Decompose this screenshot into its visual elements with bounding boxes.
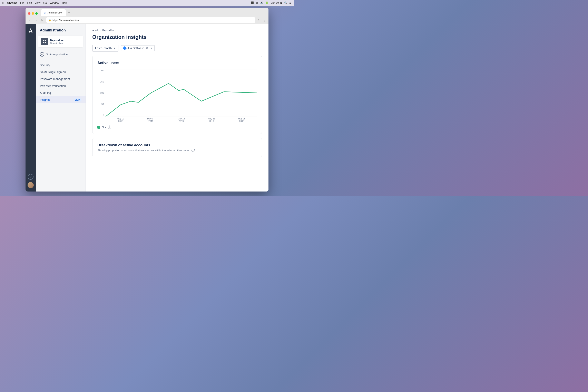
chart-legend: Jira i (98, 126, 257, 129)
svg-rect-1 (45, 40, 46, 41)
menu-view[interactable]: View (35, 2, 40, 4)
grid-line-0 (106, 116, 257, 117)
breakdown-subtitle-text: Showing proportion of accounts that were… (98, 149, 190, 152)
menubar-right: ⬛ ⌘ 🔊 🔋 Mon 09:41 🔍 ☰ (251, 2, 292, 4)
atlassian-favicon (44, 11, 46, 14)
org-name: Beyond Inc (50, 39, 64, 42)
new-tab-button[interactable]: + (66, 10, 72, 16)
atlassian-logo[interactable] (27, 27, 34, 34)
org-info: Beyond Inc Organization (50, 39, 64, 44)
app-name: Chrome (7, 2, 17, 4)
breadcrumb-org[interactable]: Beyond Inc (102, 29, 114, 32)
menu-help[interactable]: Help (62, 2, 68, 4)
control-center-icon[interactable]: ☰ (289, 2, 292, 4)
menu-go[interactable]: Go (43, 2, 47, 4)
wifi-icon: ⌘ (256, 2, 258, 4)
line-chart-svg (106, 69, 257, 116)
airplay-icon: ⬛ (251, 2, 254, 4)
apple-menu[interactable]:  (2, 1, 4, 5)
address-actions: ☆ ⋮ (257, 18, 266, 22)
breadcrumb-admin[interactable]: Admin (92, 29, 99, 32)
y-label-200: 200 (100, 69, 104, 72)
refresh-button[interactable]: ↻ (40, 18, 44, 22)
menu-edit[interactable]: Edit (27, 2, 32, 4)
org-type: Organization (50, 42, 64, 44)
close-button[interactable] (28, 12, 30, 15)
search-icon[interactable]: 🔍 (284, 2, 287, 4)
active-users-card: Active users 200 150 100 50 0 (92, 56, 262, 134)
menu-window[interactable]: Window (50, 2, 59, 4)
menu-file[interactable]: File (20, 2, 24, 4)
browser-chrome: Administration + ← → ↻ 🔒 https://admin.a… (26, 8, 268, 24)
sidebar-item-saml[interactable]: SAML single sign-on (36, 68, 86, 76)
url-text: https://admin.atlassian (52, 18, 79, 22)
breakdown-info-icon[interactable]: i (192, 149, 195, 152)
breadcrumb: Admin / Beyond Inc (92, 29, 262, 32)
breadcrumb-separator: / (100, 29, 101, 32)
address-field[interactable]: 🔒 https://admin.atlassian (46, 17, 255, 23)
sidebar-item-auditlog[interactable]: Audit log (36, 90, 86, 96)
minimize-button[interactable] (32, 12, 34, 15)
user-avatar[interactable] (28, 182, 34, 188)
product-filter[interactable]: Jira Software ✕ ▼ (121, 45, 155, 51)
left-rail: ? (26, 24, 36, 192)
x-axis: May 012019 May 072019 May 142019 May 212… (106, 118, 257, 122)
org-card: Beyond Inc Organization (38, 36, 83, 47)
svg-rect-0 (43, 40, 44, 41)
go-to-org-button[interactable]: ← Go to organization (36, 50, 86, 58)
menubar-left:  Chrome File Edit View Go Window Help (2, 1, 68, 5)
chart-inner: May 012019 May 072019 May 142019 May 212… (106, 69, 257, 122)
sidebar-title: Administration (36, 28, 86, 36)
address-bar: ← → ↻ 🔒 https://admin.atlassian ☆ ⋮ (26, 16, 268, 24)
sidebar-item-twostep[interactable]: Two-step verification (36, 82, 86, 90)
x-label-may21: May 212019 (196, 118, 226, 122)
traffic-lights (28, 12, 38, 15)
main-content: Admin / Beyond Inc Organization insights… (86, 24, 268, 192)
period-label: Last 1 month (95, 46, 112, 50)
filters-bar: Last 1 month ▼ Jira Software ✕ ▼ (92, 45, 262, 52)
sidebar-item-insights-label: Insights (40, 98, 50, 102)
y-label-50: 50 (102, 103, 104, 105)
browser-window: Administration + ← → ↻ 🔒 https://admin.a… (26, 8, 268, 192)
sidebar: Administration Beyond Inc Organization (36, 24, 86, 192)
legend-color-jira (98, 126, 100, 128)
remove-product-button[interactable]: ✕ (146, 46, 148, 50)
sidebar-item-password[interactable]: Password management (36, 76, 86, 82)
svg-rect-3 (45, 42, 46, 43)
org-icon (41, 38, 48, 45)
product-name: Jira Software (128, 46, 144, 50)
browser-tab-active[interactable]: Administration (41, 10, 66, 16)
legend-info-icon[interactable]: i (108, 126, 111, 129)
bookmark-button[interactable]: ☆ (257, 18, 260, 22)
legend-label-jira: Jira (102, 126, 106, 129)
go-back-icon: ← (40, 52, 44, 56)
sidebar-divider (39, 60, 82, 60)
period-filter[interactable]: Last 1 month ▼ (92, 45, 118, 52)
x-label-may28: May 282019 (226, 118, 257, 122)
maximize-button[interactable] (35, 12, 38, 15)
breakdown-subtitle: Showing proportion of accounts that were… (98, 149, 257, 152)
beta-badge: BETA (74, 98, 82, 102)
product-chevron-icon: ▼ (150, 47, 152, 50)
y-label-150: 150 (100, 80, 104, 83)
chart-title: Active users (98, 61, 257, 65)
volume-icon: 🔊 (260, 2, 264, 4)
menubar:  Chrome File Edit View Go Window Help ⬛… (0, 0, 294, 6)
y-label-100: 100 (100, 92, 104, 94)
x-label-may14: May 142019 (166, 118, 196, 122)
breakdown-title: Breakdown of active accounts (98, 143, 257, 148)
forward-button[interactable]: → (34, 18, 38, 22)
battery-icon: 🔋 (266, 2, 268, 4)
more-button[interactable]: ⋮ (263, 18, 266, 22)
sidebar-item-insights[interactable]: Insights BETA (36, 96, 86, 103)
rail-bottom: ? (28, 174, 34, 188)
sidebar-item-saml-label: SAML single sign-on (40, 70, 66, 74)
jira-diamond-icon (123, 46, 127, 50)
help-button[interactable]: ? (28, 174, 34, 180)
period-chevron-icon: ▼ (113, 47, 116, 50)
back-button[interactable]: ← (28, 18, 32, 22)
breakdown-card: Breakdown of active accounts Showing pro… (92, 138, 262, 157)
y-label-0: 0 (103, 114, 104, 116)
sidebar-item-security[interactable]: Security (36, 62, 86, 68)
x-label-may01: May 012019 (106, 118, 136, 122)
